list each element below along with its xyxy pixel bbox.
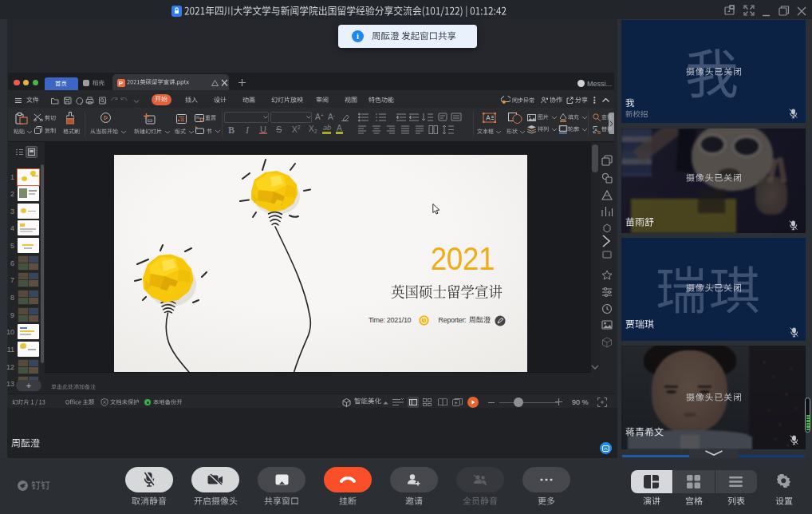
svg-text:B: B: [597, 129, 601, 134]
